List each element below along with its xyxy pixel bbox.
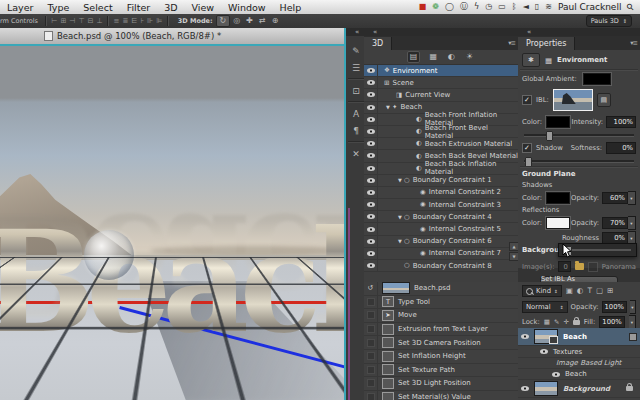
ibl-texture-icon[interactable]: ▦ (545, 56, 552, 65)
visibility-toggle[interactable] (364, 260, 378, 271)
document-tab[interactable]: Beach.psd @ 100% (Beach, RGB/8#) * (57, 31, 221, 41)
history-brush-well[interactable]: ↺ (364, 282, 378, 295)
visibility-toggle[interactable] (364, 236, 378, 247)
menu-3d[interactable]: 3D (157, 2, 184, 13)
display-icon[interactable]: ▭ (498, 3, 506, 11)
eye-icon[interactable] (521, 386, 529, 391)
history-source-well[interactable] (364, 323, 378, 336)
blend-mode-dropdown[interactable]: Normal ⇕ (522, 301, 568, 313)
lock-all-icon[interactable] (573, 320, 580, 325)
clock-icon[interactable]: ◷ (485, 3, 492, 11)
layer-texture-beach[interactable]: Beach (518, 369, 640, 380)
history-source-well[interactable] (364, 350, 378, 363)
filter-shape-layers-icon[interactable]: ▢ (596, 287, 603, 295)
intensity-slider[interactable] (524, 134, 634, 137)
fill-field[interactable]: 100% (599, 316, 625, 328)
visibility-toggle[interactable] (364, 114, 378, 125)
visibility-toggle[interactable] (364, 138, 378, 149)
menu-view[interactable]: View (185, 2, 222, 13)
history-step[interactable]: Set Inflation Height (364, 350, 518, 364)
visibility-toggle[interactable] (364, 102, 378, 113)
clone-source-panel-icon[interactable]: ⊡ (346, 82, 366, 99)
shadow-color-swatch[interactable] (546, 192, 570, 204)
align-bottom-icon[interactable]: ⊥ (95, 18, 104, 25)
distribute-vcenter-icon[interactable]: ≣ (121, 18, 130, 25)
shadow-checkbox[interactable]: ✓ (522, 143, 532, 153)
expand-triangle-icon[interactable]: ▼ (396, 238, 404, 244)
history-step[interactable]: Set Texture Path (364, 364, 518, 378)
eye-icon[interactable] (521, 334, 529, 339)
expand-triangle-icon[interactable]: ▼ (396, 214, 404, 220)
bluetooth-icon[interactable]: ᛒ (512, 3, 517, 11)
history-source-well[interactable] (364, 364, 378, 377)
layer-row-beach[interactable]: Beach (518, 328, 640, 346)
battery-icon[interactable]: ▯ (535, 3, 539, 11)
expand-triangle-icon[interactable]: ▼ (384, 104, 392, 110)
spotlight-search-icon[interactable]: ⚲ (625, 1, 637, 13)
visibility-toggle[interactable] (364, 223, 378, 234)
menu-help[interactable]: Help (273, 2, 309, 13)
menu-layer[interactable]: Layer (0, 2, 41, 13)
distribute-left-icon[interactable]: ⊦ (139, 18, 146, 25)
tree-item-boundary-constraint[interactable]: ▼○Boundary Constraint 1 (364, 175, 518, 187)
align-hcenter-icon[interactable]: ⊞ (59, 18, 68, 25)
tree-item-current-view[interactable]: ◨Current View (364, 89, 518, 101)
align-vcenter-icon[interactable]: ⊟ (86, 18, 95, 25)
tree-item-material[interactable]: ◐Beach Extrusion Material (364, 138, 518, 150)
user-name[interactable]: Paul Cracknell (558, 2, 622, 12)
3d-rotate-tool-icon[interactable]: ↻ (216, 15, 231, 27)
edit-texture-icon[interactable]: ▤ (597, 93, 611, 107)
scrollbar[interactable]: ▲ ▼ (509, 242, 517, 261)
tree-item-environment[interactable]: ❖Environment (364, 65, 518, 77)
tree-item-internal-constraint[interactable]: ◉Internal Constraint 7 (364, 248, 518, 260)
history-step[interactable]: ➤Move (364, 309, 518, 323)
visibility-toggle[interactable] (364, 187, 378, 198)
distribute-top-icon[interactable]: ≡ (112, 18, 121, 25)
history-step[interactable]: Set 3D Camera Position (364, 336, 518, 350)
oval-icon[interactable]: ◯ (445, 3, 454, 11)
tree-item-boundary-constraint[interactable]: ○Boundary Constraint 8 (364, 260, 518, 272)
distribute-bottom-icon[interactable]: ⋿ (130, 18, 139, 25)
history-source-well[interactable] (364, 377, 378, 390)
lock-position-icon[interactable]: ✛ (563, 319, 568, 326)
expand-panels-icon[interactable]: « (355, 28, 359, 36)
character-panel-icon[interactable]: A (346, 105, 366, 122)
history-source-well[interactable] (364, 296, 378, 309)
expand-triangle-icon[interactable]: ▼ (396, 177, 404, 183)
softness-field[interactable]: 0% (606, 142, 636, 154)
visibility-toggle[interactable] (364, 65, 378, 76)
tree-item-boundary-constraint[interactable]: ▼○Boundary Constraint 4 (364, 211, 518, 223)
menu-window[interactable]: Window (221, 2, 272, 13)
roughness-slider-popup[interactable] (558, 243, 637, 257)
layer-group-textures[interactable]: Textures (518, 346, 640, 358)
3d-light-widget[interactable] (84, 230, 134, 280)
align-left-icon[interactable]: ⊢ (50, 18, 59, 25)
reflection-color-swatch[interactable] (546, 217, 570, 229)
3d-scale-tool-icon[interactable]: ⊕ (269, 16, 282, 26)
visibility-toggle[interactable] (364, 211, 378, 222)
visibility-toggle[interactable] (364, 89, 378, 100)
filter-lights-icon[interactable]: ☀ (464, 52, 475, 62)
layer-group-ibl[interactable]: Image Based Light (518, 358, 640, 369)
visibility-toggle[interactable] (364, 126, 378, 137)
history-step[interactable]: Set 3D Light Position (364, 377, 518, 391)
tree-item-internal-constraint[interactable]: ◉Internal Constraint 2 (364, 187, 518, 199)
tree-item-scene[interactable]: ⊞Scene (364, 77, 518, 89)
history-step[interactable]: Extrusion from Text Layer (364, 323, 518, 337)
tab-properties[interactable]: Properties (518, 37, 575, 50)
reflection-opacity-dropdown-icon[interactable]: ▾ (628, 216, 636, 230)
visibility-toggle[interactable] (364, 199, 378, 210)
tree-item-internal-constraint[interactable]: ◉Internal Constraint 5 (364, 223, 518, 235)
intensity-field[interactable]: 100% (606, 116, 636, 128)
tree-item-internal-constraint[interactable]: ◉Internal Constraint 3 (364, 199, 518, 211)
align-top-icon[interactable]: ⊤ (77, 18, 86, 25)
softness-slider[interactable] (524, 160, 634, 163)
fill-dropdown-icon[interactable]: ▾ (629, 315, 636, 329)
tree-item-material[interactable]: ◐Beach Back Inflation Material (364, 163, 518, 175)
brush-panel-icon[interactable]: ✎ (346, 42, 366, 59)
3d-roll-tool-icon[interactable]: ◎ (230, 16, 243, 26)
3d-slide-tool-icon[interactable]: ⇄ (256, 16, 269, 26)
lock-transparency-icon[interactable]: ▦ (544, 319, 550, 326)
layer-thumbnail[interactable] (534, 381, 558, 396)
environment-properties-icon[interactable]: ✱ (522, 53, 540, 67)
